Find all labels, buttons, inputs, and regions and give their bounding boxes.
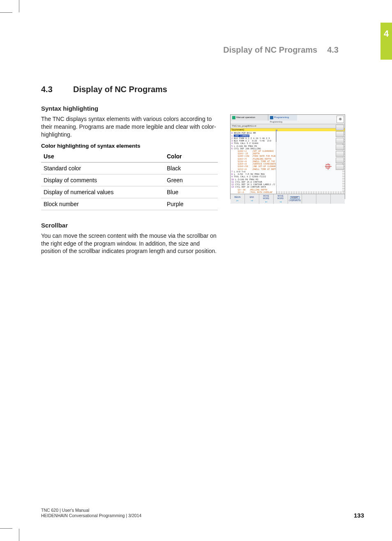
- graphics-pane[interactable]: [277, 131, 345, 194]
- softkey-bar: BEGIN⇐ END⇒ MOVEWORD⇐ MOVEWORD⇒ INSERTOV…: [231, 194, 345, 204]
- cell-color: Purple: [164, 198, 218, 210]
- softkey-move-word-right[interactable]: MOVEWORD⇒: [274, 194, 288, 204]
- table-row: Standard colorBlack: [41, 162, 218, 174]
- crop-mark: [19, 0, 19, 12]
- cell-color: Blue: [164, 186, 218, 198]
- screenshot: Manual operation Programming Programming…: [230, 114, 345, 199]
- syntax-table: Use Color Standard colorBlackDisplay of …: [41, 151, 218, 210]
- side-button[interactable]: [336, 144, 344, 150]
- footer-line1: TNC 620 | User's Manual: [41, 508, 141, 513]
- side-button[interactable]: [336, 158, 344, 163]
- cell-color: Green: [164, 174, 218, 186]
- softkey-label: INSERT: [290, 196, 300, 200]
- table-row: Display of commentsGreen: [41, 174, 218, 186]
- page-number: 133: [354, 512, 364, 519]
- settings-icon[interactable]: ✺: [337, 116, 344, 123]
- side-button[interactable]: [336, 138, 344, 144]
- ruler-x: [277, 191, 345, 194]
- arrow-right-icon: ⇒: [279, 200, 282, 203]
- target-icon: [326, 164, 330, 168]
- softkey-label: WORD: [277, 197, 284, 200]
- side-button[interactable]: [336, 131, 344, 137]
- syntax-heading: Syntax highlighting: [41, 105, 345, 112]
- section-number: 4.3: [41, 85, 73, 94]
- softkey-label: WORD: [263, 197, 269, 200]
- cell-use: Display of numerical values: [41, 186, 164, 198]
- running-head: Display of NC Programs4.3: [223, 45, 339, 55]
- side-button-bar: [336, 125, 344, 170]
- cell-use: Display of comments: [41, 174, 164, 186]
- softkey-move-word-left[interactable]: MOVEWORD⇐: [259, 194, 274, 204]
- table-row: Block numberPurple: [41, 198, 218, 210]
- crop-mark: [0, 528, 12, 529]
- scrollbar-paragraph: You can move the screen content with the…: [41, 232, 218, 255]
- softkey-label: END: [250, 196, 254, 199]
- footer: TNC 620 | User's Manual HEIDENHAIN Conve…: [41, 508, 141, 519]
- tab-label: Programming: [274, 116, 289, 119]
- softkey-empty[interactable]: [316, 194, 331, 204]
- section-heading: 4.3Display of NC Programs: [41, 85, 345, 94]
- softkey-empty[interactable]: [331, 194, 345, 204]
- running-head-title: Display of NC Programs: [223, 45, 317, 54]
- section-title: Display of NC Programs: [73, 85, 167, 94]
- softkey-begin[interactable]: BEGIN⇐: [231, 194, 245, 204]
- softkey-label: MOVE: [263, 195, 269, 197]
- crop-mark: [19, 529, 19, 541]
- softkey-label: OVERWRITE: [289, 200, 301, 202]
- softkey-label: MOVE: [277, 195, 283, 197]
- crop-mark: [0, 12, 12, 13]
- code-listing[interactable]: 0 BEGIN PGM BX11 MM1 ;ANY COMMENT2 BLK F…: [231, 131, 277, 194]
- syntax-paragraph: The TNC displays syntax elements with va…: [41, 115, 218, 139]
- cell-color: Black: [164, 162, 218, 174]
- side-button[interactable]: [336, 151, 344, 157]
- hand-icon: [232, 116, 235, 119]
- footer-line2: HEIDENHAIN Conversational Programming | …: [41, 513, 141, 519]
- arrow-right-icon: ⇒: [251, 199, 253, 202]
- scrollbar-heading: Scrollbar: [41, 222, 345, 229]
- diamond-icon: [270, 116, 273, 119]
- softkey-label: BEGIN: [234, 196, 240, 199]
- chapter-tab: 4: [380, 23, 392, 60]
- table-header-use: Use: [41, 151, 164, 163]
- program-path: TNC:\nc_prog\BX11.H: [231, 124, 345, 128]
- softkey-insert-overwrite[interactable]: INSERTOVERWRITE: [288, 194, 302, 204]
- table-row: Display of numerical valuesBlue: [41, 186, 218, 198]
- cell-use: Standard color: [41, 162, 164, 174]
- comment-input-bar[interactable]: *(comment): [231, 128, 345, 131]
- running-head-number: 4.3: [327, 45, 339, 54]
- tab-manual-operation[interactable]: Manual operation: [231, 115, 268, 121]
- side-button[interactable]: [336, 164, 344, 170]
- table-header-color: Color: [164, 151, 218, 163]
- side-button[interactable]: [336, 125, 344, 130]
- softkey-empty[interactable]: [302, 194, 316, 204]
- arrow-left-right-icon: ⇐: [265, 200, 267, 203]
- arrow-left-icon: ⇐: [236, 199, 239, 202]
- sub-tab-label: Programming: [231, 121, 345, 124]
- tab-label: Manual operation: [236, 116, 255, 119]
- cell-use: Block number: [41, 198, 164, 210]
- softkey-end[interactable]: END⇒: [245, 194, 259, 204]
- tab-programming[interactable]: Programming: [268, 115, 297, 121]
